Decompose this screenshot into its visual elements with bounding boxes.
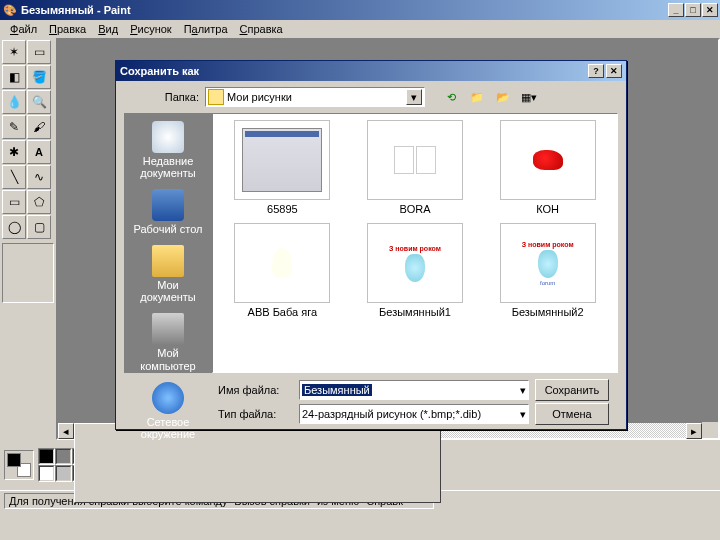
fg-color [7, 453, 21, 467]
tool-brush[interactable]: 🖌 [27, 115, 51, 139]
file-item[interactable]: З новим рокомБезымянный1 [352, 223, 479, 318]
place-desktop[interactable]: Рабочий стол [128, 185, 208, 239]
close-button[interactable]: ✕ [702, 3, 718, 17]
scroll-left-button[interactable]: ◂ [58, 423, 74, 439]
titlebar: 🎨 Безымянный - Paint _ □ ✕ [0, 0, 720, 20]
tool-freeform-select[interactable]: ✶ [2, 40, 26, 64]
tool-picker[interactable]: 💧 [2, 90, 26, 114]
place-mydocs[interactable]: Мои документы [128, 241, 208, 307]
file-name: BORA [399, 203, 430, 215]
app-icon: 🎨 [2, 2, 18, 18]
dialog-title: Сохранить как [120, 65, 588, 77]
save-as-dialog: Сохранить как ? ✕ Папка: Мои рисунки ▾ ⟲… [115, 60, 627, 430]
filename-input[interactable]: Безымянный ▾ [299, 380, 529, 400]
file-thumbnail: З новим рокомforum [500, 223, 596, 303]
file-item[interactable]: BORA [352, 120, 479, 215]
save-button[interactable]: Сохранить [535, 379, 609, 401]
maximize-button[interactable]: □ [685, 3, 701, 17]
nav-newfolder-icon[interactable]: 📂 [493, 87, 513, 107]
tool-curve[interactable]: ∿ [27, 165, 51, 189]
file-name: КОН [536, 203, 559, 215]
file-name: Безымянный1 [379, 306, 451, 318]
tool-polygon[interactable]: ⬠ [27, 190, 51, 214]
minimize-button[interactable]: _ [668, 3, 684, 17]
fg-bg-indicator[interactable] [4, 450, 34, 480]
tool-zoom[interactable]: 🔍 [27, 90, 51, 114]
nav-views-icon[interactable]: ▦▾ [519, 87, 539, 107]
file-item[interactable]: КОН [484, 120, 611, 215]
menubar: Файл Правка Вид Рисунок Палитра Справка [0, 20, 720, 38]
places-bar: Недавние документы Рабочий стол Мои доку… [124, 113, 212, 373]
tool-airbrush[interactable]: ✱ [2, 140, 26, 164]
file-item[interactable]: З новим рокомforumБезымянный2 [484, 223, 611, 318]
tool-text[interactable]: A [27, 140, 51, 164]
file-item[interactable]: АВВ Баба яга [219, 223, 346, 318]
file-list[interactable]: 65895BORAКОНАВВ Баба ягаЗ новим рокомБез… [212, 113, 618, 373]
color-swatch[interactable] [38, 448, 55, 465]
color-swatch[interactable] [55, 448, 72, 465]
file-name: АВВ Баба яга [248, 306, 317, 318]
nav-back-icon[interactable]: ⟲ [441, 87, 461, 107]
dialog-close-button[interactable]: ✕ [606, 64, 622, 78]
place-recent[interactable]: Недавние документы [128, 117, 208, 183]
menu-edit[interactable]: Правка [43, 21, 92, 37]
chevron-down-icon[interactable]: ▾ [520, 408, 526, 421]
tool-ellipse[interactable]: ◯ [2, 215, 26, 239]
tool-rect[interactable]: ▭ [2, 190, 26, 214]
menu-file[interactable]: Файл [4, 21, 43, 37]
tool-pencil[interactable]: ✎ [2, 115, 26, 139]
tool-fill[interactable]: 🪣 [27, 65, 51, 89]
filetype-label: Тип файла: [218, 408, 293, 420]
tool-eraser[interactable]: ◧ [2, 65, 26, 89]
mydocs-icon [152, 245, 184, 277]
file-item[interactable]: 65895 [219, 120, 346, 215]
color-swatch[interactable] [55, 465, 72, 482]
color-swatch[interactable] [38, 465, 55, 482]
tool-select[interactable]: ▭ [27, 40, 51, 64]
dialog-help-button[interactable]: ? [588, 64, 604, 78]
desktop-icon [152, 189, 184, 221]
tool-roundrect[interactable]: ▢ [27, 215, 51, 239]
tool-options [2, 243, 54, 303]
file-thumbnail: З новим роком [367, 223, 463, 303]
folder-value: Мои рисунки [227, 91, 406, 103]
file-thumbnail [234, 120, 330, 200]
recent-icon [152, 121, 184, 153]
mycomp-icon [152, 313, 184, 345]
filetype-combo[interactable]: 24-разрядный рисунок (*.bmp;*.dib) ▾ [299, 404, 529, 424]
file-thumbnail [367, 120, 463, 200]
menu-image[interactable]: Рисунок [124, 21, 178, 37]
window-title: Безымянный - Paint [21, 4, 668, 16]
folder-label: Папка: [124, 91, 199, 103]
network-icon [152, 382, 184, 414]
tool-line[interactable]: ╲ [2, 165, 26, 189]
menu-colors[interactable]: Палитра [178, 21, 234, 37]
menu-help[interactable]: Справка [234, 21, 289, 37]
place-mycomp[interactable]: Мой компьютер [128, 309, 208, 375]
file-thumbnail [234, 223, 330, 303]
chevron-down-icon[interactable]: ▾ [406, 89, 422, 105]
chevron-down-icon[interactable]: ▾ [520, 384, 526, 397]
file-name: Безымянный2 [512, 306, 584, 318]
scroll-right-button[interactable]: ▸ [686, 423, 702, 439]
scroll-corner [702, 422, 718, 438]
place-network[interactable]: Сетевое окружение [128, 378, 208, 444]
folder-icon [208, 89, 224, 105]
nav-up-icon[interactable]: 📁 [467, 87, 487, 107]
file-name: 65895 [267, 203, 298, 215]
toolbox: ✶ ▭ ◧ 🪣 💧 🔍 ✎ 🖌 ✱ A ╲ ∿ ▭ ⬠ ◯ ▢ [0, 38, 56, 440]
dialog-titlebar: Сохранить как ? ✕ [116, 61, 626, 81]
file-thumbnail [500, 120, 596, 200]
folder-combo[interactable]: Мои рисунки ▾ [205, 87, 425, 107]
menu-view[interactable]: Вид [92, 21, 124, 37]
cancel-button[interactable]: Отмена [535, 403, 609, 425]
filename-label: Имя файла: [218, 384, 293, 396]
